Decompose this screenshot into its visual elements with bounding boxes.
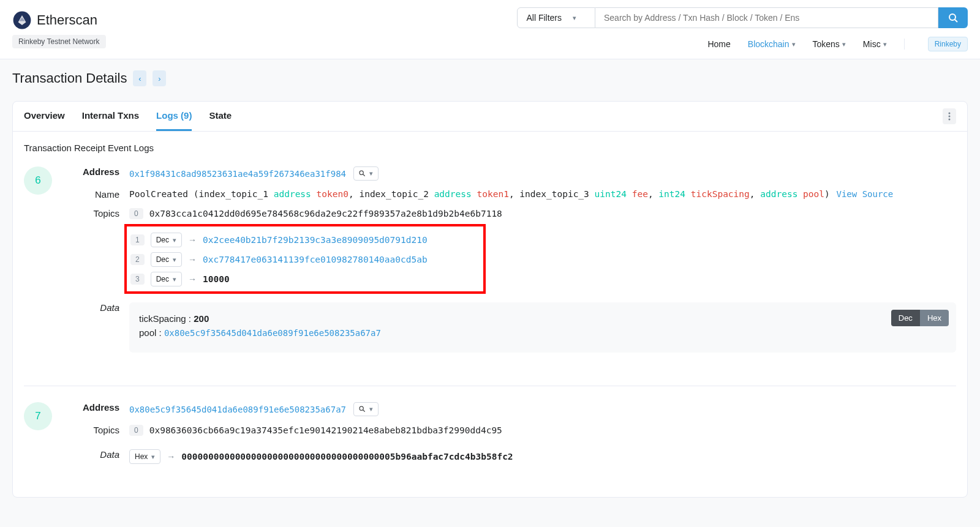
- brand-name: Etherscan: [37, 12, 97, 28]
- svg-point-4: [949, 116, 951, 118]
- search-icon: [948, 13, 958, 23]
- address-value: 0x1f98431c8ad98523631ae4a59f267346ea31f9…: [129, 166, 956, 181]
- topic-value-link[interactable]: 0xc778417e063141139fce010982780140aa0cd5…: [203, 255, 428, 264]
- main-nav: Home Blockchain ▾ Tokens ▾ Misc ▾ Rinkeb…: [707, 37, 968, 51]
- tabs-row: Overview Internal Txns Logs (9) State: [13, 102, 967, 132]
- network-badge: Rinkeby Testnet Network: [12, 35, 106, 48]
- search-button[interactable]: [938, 7, 968, 28]
- search-bar: All Filters ▾: [517, 7, 968, 28]
- search-icon: [359, 170, 366, 177]
- header-right: All Filters ▾ Home Blockchain ▾ Tokens ▾…: [517, 7, 968, 51]
- filter-label: All Filters: [526, 13, 562, 23]
- topic-1: 1 Dec ▾ → 0x2cee40b21b7f29b2139c3a3e8909…: [130, 233, 480, 247]
- search-input[interactable]: [595, 7, 938, 28]
- log-address-row: Address 0x1f98431c8ad98523631ae4a59f2673…: [74, 166, 956, 181]
- pool-address-link[interactable]: 0x80e5c9f35645d041da6e089f91e6e508235a67…: [164, 328, 381, 338]
- kebab-icon: [948, 112, 951, 121]
- topic-3: 3 Dec ▾ → 10000: [130, 272, 480, 286]
- log-content: Address 0x80e5c9f35645d041da6e089f91e6e5…: [74, 402, 956, 469]
- rinkeby-badge[interactable]: Rinkeby: [928, 37, 968, 51]
- data-value: Dec Hex tickSpacing : 200 pool : 0x80e5c…: [129, 302, 956, 353]
- svg-point-8: [360, 406, 363, 410]
- arrow-right-icon: →: [188, 255, 197, 264]
- log-data-row: Data Hex ▾ → 000000000000000000000000000…: [74, 449, 956, 469]
- nav-tokens[interactable]: Tokens ▾: [813, 39, 846, 49]
- tab-internal-txns[interactable]: Internal Txns: [82, 102, 139, 131]
- label-address: Address: [74, 402, 119, 416]
- decode-select[interactable]: Dec ▾: [151, 252, 182, 267]
- data-hex-value: 0000000000000000000000000000000000000005…: [181, 452, 513, 462]
- tab-overview[interactable]: Overview: [24, 102, 65, 131]
- logs-body: Transaction Receipt Event Logs 6 Address…: [13, 132, 967, 497]
- nav-divider: [904, 39, 905, 50]
- svg-line-9: [363, 410, 365, 412]
- page-body: Transaction Details ‹ › Overview Interna…: [0, 59, 980, 509]
- log-address-row: Address 0x80e5c9f35645d041da6e089f91e6e5…: [74, 402, 956, 416]
- search-filter-select[interactable]: All Filters ▾: [517, 7, 595, 28]
- hex-toggle-button[interactable]: Hex: [920, 310, 949, 326]
- search-icon: [359, 406, 366, 413]
- decode-select[interactable]: Dec ▾: [151, 233, 182, 247]
- chevron-down-icon: ▾: [173, 256, 176, 264]
- svg-line-7: [363, 174, 365, 176]
- nav-home[interactable]: Home: [707, 39, 730, 49]
- view-source-link[interactable]: View Source: [836, 189, 893, 199]
- log-divider: [24, 386, 956, 386]
- chevron-down-icon: ▾: [173, 275, 176, 283]
- topic-0: 0 0x98636036cb66a9c19a37435efc1e90142190…: [129, 425, 956, 436]
- data-box: Dec Hex tickSpacing : 200 pool : 0x80e5c…: [129, 302, 956, 353]
- topic-index: 1: [130, 234, 145, 245]
- data-field-tickspacing: tickSpacing : 200: [139, 313, 946, 324]
- topic-value-link[interactable]: 0x2cee40b21b7f29b2139c3a3e8909095d0791d2…: [203, 235, 428, 245]
- tabs: Overview Internal Txns Logs (9) State: [24, 102, 232, 131]
- tab-logs[interactable]: Logs (9): [156, 102, 192, 131]
- topic-index: 2: [130, 254, 145, 265]
- section-label: Transaction Receipt Event Logs: [24, 143, 956, 153]
- tab-state[interactable]: State: [209, 102, 232, 131]
- log-entry-6: 6 Address 0x1f98431c8ad98523631ae4a59f26…: [24, 166, 956, 378]
- page-title: Transaction Details: [12, 70, 127, 86]
- prev-txn-button[interactable]: ‹: [133, 70, 146, 86]
- label-address: Address: [74, 166, 119, 181]
- more-options-button[interactable]: [943, 108, 956, 124]
- log-topics-row: Topics 0 0x98636036cb66a9c19a37435efc1e9…: [74, 425, 956, 441]
- nav-blockchain[interactable]: Blockchain ▾: [748, 39, 796, 49]
- chevron-down-icon: ▾: [883, 40, 887, 48]
- decode-select[interactable]: Dec ▾: [151, 272, 182, 286]
- brand-logo[interactable]: Etherscan: [12, 10, 106, 30]
- address-filter-button[interactable]: ▾: [353, 402, 379, 416]
- log-topics-row: Topics 0 0x783cca1c0412dd0d695e784568c96…: [74, 208, 956, 294]
- label-data: Data: [74, 449, 119, 469]
- topic-value: 0x98636036cb66a9c19a37435efc1e9014219021…: [149, 425, 502, 435]
- log-index-bubble: 7: [24, 402, 52, 430]
- log-name-row: Name PoolCreated (index_topic_1 address …: [74, 189, 956, 200]
- topic-value: 10000: [203, 274, 230, 284]
- topic-index: 3: [130, 274, 145, 285]
- highlighted-topics: 1 Dec ▾ → 0x2cee40b21b7f29b2139c3a3e8909…: [124, 224, 486, 294]
- log-data-row: Data Dec Hex tickSpacing : 200: [74, 302, 956, 353]
- decode-select[interactable]: Hex ▾: [129, 449, 160, 464]
- next-txn-button[interactable]: ›: [153, 70, 166, 86]
- page-title-row: Transaction Details ‹ ›: [12, 70, 968, 86]
- topic-0: 0 0x783cca1c0412dd0d695e784568c96da2e9c2…: [129, 208, 956, 219]
- address-filter-button[interactable]: ▾: [353, 166, 379, 181]
- topics-list: 0 0x783cca1c0412dd0d695e784568c96da2e9c2…: [129, 208, 956, 294]
- address-value: 0x80e5c9f35645d041da6e089f91e6e508235a67…: [129, 402, 956, 416]
- topics-list: 0 0x98636036cb66a9c19a37435efc1e90142190…: [129, 425, 956, 441]
- log-content: Address 0x1f98431c8ad98523631ae4a59f2673…: [74, 166, 956, 361]
- topic-value: 0x783cca1c0412dd0d695e784568c96da2e9c22f…: [149, 209, 502, 219]
- dec-toggle-button[interactable]: Dec: [891, 310, 920, 326]
- log-entry-7: 7 Address 0x80e5c9f35645d041da6e089f91e6…: [24, 402, 956, 486]
- chevron-down-icon: ▾: [842, 40, 846, 48]
- chevron-down-icon: ▾: [151, 453, 155, 461]
- label-topics: Topics: [74, 208, 119, 294]
- data-hex-row: Hex ▾ → 00000000000000000000000000000000…: [129, 449, 956, 464]
- label-name: Name: [74, 189, 119, 200]
- address-link[interactable]: 0x1f98431c8ad98523631ae4a59f267346ea31f9…: [129, 169, 346, 179]
- chevron-down-icon: ▾: [369, 170, 373, 178]
- label-topics: Topics: [74, 425, 119, 441]
- header: Etherscan Rinkeby Testnet Network All Fi…: [0, 0, 980, 59]
- data-value: Hex ▾ → 00000000000000000000000000000000…: [129, 449, 956, 469]
- nav-misc[interactable]: Misc ▾: [863, 39, 887, 49]
- address-link[interactable]: 0x80e5c9f35645d041da6e089f91e6e508235a67…: [129, 405, 346, 414]
